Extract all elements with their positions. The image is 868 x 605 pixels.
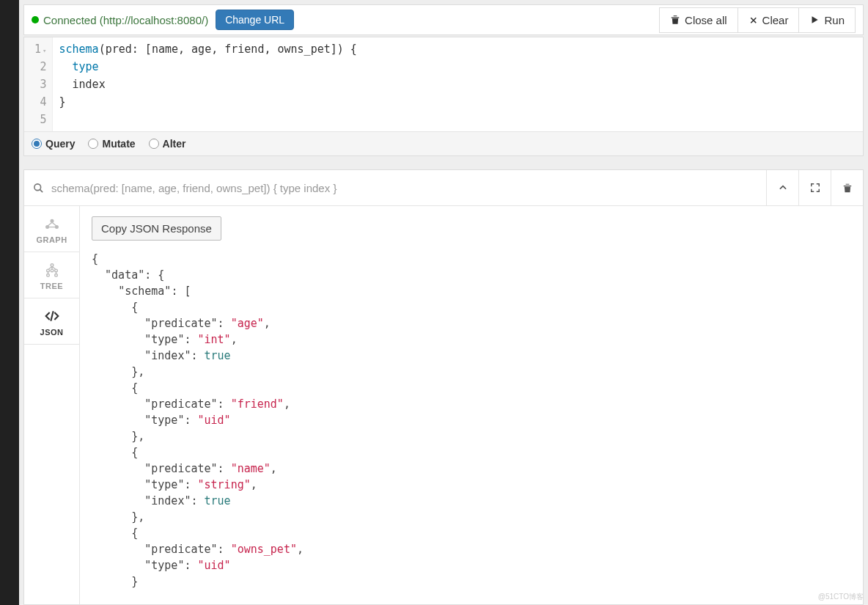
mode-query[interactable]: Query xyxy=(32,138,75,150)
tab-graph[interactable]: GRAPH xyxy=(24,206,79,252)
radio-icon xyxy=(88,139,98,149)
clear-label: Clear xyxy=(762,14,789,26)
change-url-button[interactable]: Change URL xyxy=(216,10,294,30)
copy-json-button[interactable]: Copy JSON Response xyxy=(92,216,221,241)
connection-status: Connected (http://localhost:8080/) xyxy=(43,14,208,26)
trash-icon xyxy=(670,15,680,25)
svg-point-9 xyxy=(54,274,57,277)
chevron-up-icon xyxy=(778,183,788,193)
svg-point-8 xyxy=(46,274,49,277)
code-icon xyxy=(24,307,79,325)
tab-tree-label: TREE xyxy=(24,282,79,290)
tab-json-label: JSON xyxy=(24,328,79,337)
mode-alter[interactable]: Alter xyxy=(149,138,186,150)
svg-point-7 xyxy=(51,269,54,272)
expand-icon xyxy=(810,183,820,193)
json-content[interactable]: { "data": { "schema": [ { "predicate": "… xyxy=(92,251,851,590)
status-dot-icon xyxy=(32,16,39,23)
mode-alter-label: Alter xyxy=(163,138,186,150)
search-icon xyxy=(33,183,44,194)
svg-point-0 xyxy=(34,183,41,190)
delete-button[interactable] xyxy=(831,170,863,205)
run-label: Run xyxy=(824,14,845,26)
result-panel: schema(pred: [name, age, friend, owns_pe… xyxy=(23,169,864,605)
close-icon xyxy=(749,15,758,25)
svg-point-1 xyxy=(51,220,54,223)
json-output: Copy JSON Response { "data": { "schema":… xyxy=(80,206,863,604)
tree-icon xyxy=(24,261,79,279)
run-button[interactable]: Run xyxy=(798,7,856,33)
trash-icon xyxy=(842,183,853,194)
svg-point-6 xyxy=(54,269,57,272)
collapse-button[interactable] xyxy=(766,170,798,205)
tab-tree[interactable]: TREE xyxy=(24,252,79,298)
tab-graph-label: GRAPH xyxy=(24,235,79,244)
clear-button[interactable]: Clear xyxy=(738,7,799,33)
svg-point-4 xyxy=(51,264,54,267)
radio-icon xyxy=(149,139,159,149)
mode-mutate-label: Mutate xyxy=(102,138,135,150)
query-echo: schema(pred: [name, age, friend, owns_pe… xyxy=(51,172,766,205)
connection-bar: Connected (http://localhost:8080/) Chang… xyxy=(23,4,864,35)
play-icon xyxy=(809,15,820,25)
graph-icon xyxy=(24,215,79,232)
watermark: @51CTO博客 xyxy=(818,592,864,602)
close-all-label: Close all xyxy=(685,14,727,26)
tab-json[interactable]: JSON xyxy=(24,298,79,345)
result-tabs: GRAPH TREE JSON xyxy=(24,206,80,604)
close-all-button[interactable]: Close all xyxy=(659,7,738,33)
radio-icon xyxy=(32,139,42,149)
svg-point-5 xyxy=(46,269,49,272)
result-header: schema(pred: [name, age, friend, owns_pe… xyxy=(24,170,863,206)
code-editor[interactable]: 12345 schema(pred: [name, age, friend, o… xyxy=(24,37,863,131)
editor-panel: 12345 schema(pred: [name, age, friend, o… xyxy=(23,37,864,156)
mode-mutate[interactable]: Mutate xyxy=(88,138,135,150)
mode-query-label: Query xyxy=(45,138,75,150)
mode-selector: Query Mutate Alter xyxy=(24,131,863,155)
fullscreen-button[interactable] xyxy=(798,170,831,205)
